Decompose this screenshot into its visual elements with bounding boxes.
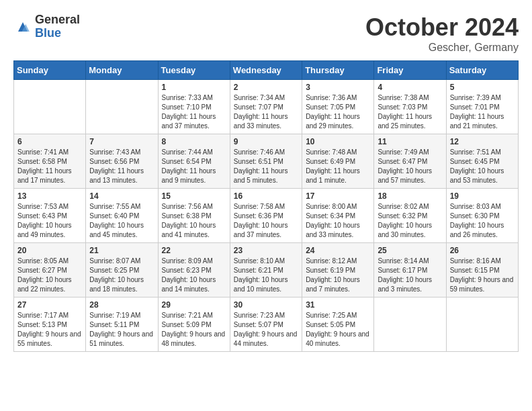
sunset-text: Sunset: 6:15 PM (450, 266, 515, 275)
sunrise-text: Sunrise: 7:17 AM (17, 311, 82, 320)
logo: General Blue (13, 13, 80, 40)
sunset-text: Sunset: 6:32 PM (378, 212, 442, 221)
sunset-text: Sunset: 7:10 PM (162, 103, 226, 112)
sunrise-text: Sunrise: 8:02 AM (378, 202, 442, 212)
daylight-text: Daylight: 11 hours and 25 minutes. (378, 112, 442, 131)
sunset-text: Sunset: 6:27 PM (17, 266, 82, 275)
month-title: October 2024 (365, 13, 519, 42)
calendar-cell: 2Sunrise: 7:34 AMSunset: 7:07 PMDaylight… (230, 80, 302, 134)
sunrise-text: Sunrise: 7:19 AM (89, 311, 154, 320)
sunset-text: Sunset: 6:36 PM (234, 212, 298, 221)
daylight-text: Daylight: 10 hours and 10 minutes. (234, 275, 298, 294)
sunrise-text: Sunrise: 8:10 AM (234, 257, 298, 266)
day-number: 25 (378, 246, 442, 255)
sunset-text: Sunset: 6:34 PM (306, 212, 370, 221)
day-number: 6 (17, 137, 82, 146)
calendar-cell (374, 298, 446, 352)
sunrise-text: Sunrise: 7:55 AM (89, 202, 154, 212)
calendar-cell: 8Sunrise: 7:44 AMSunset: 6:54 PMDaylight… (158, 134, 230, 189)
sunset-text: Sunset: 6:49 PM (306, 157, 370, 167)
day-number: 28 (89, 300, 154, 310)
calendar-cell: 11Sunrise: 7:49 AMSunset: 6:47 PMDayligh… (374, 134, 446, 189)
sunrise-text: Sunrise: 7:34 AM (234, 93, 298, 103)
calendar-cell: 30Sunrise: 7:23 AMSunset: 5:07 PMDayligh… (230, 298, 302, 352)
daylight-text: Daylight: 10 hours and 53 minutes. (450, 167, 515, 185)
day-info: Sunrise: 7:34 AMSunset: 7:07 PMDaylight:… (234, 93, 298, 131)
sunrise-text: Sunrise: 8:09 AM (162, 257, 226, 266)
day-info: Sunrise: 7:44 AMSunset: 6:54 PMDaylight:… (162, 148, 226, 185)
sunset-text: Sunset: 6:17 PM (378, 266, 442, 275)
day-number: 30 (234, 300, 298, 310)
sunrise-text: Sunrise: 7:36 AM (306, 93, 370, 103)
sunset-text: Sunset: 7:05 PM (306, 103, 370, 112)
sunset-text: Sunset: 7:01 PM (450, 103, 515, 112)
title-block: October 2024 Gescher, Germany (365, 13, 519, 54)
day-number: 10 (306, 137, 370, 146)
daylight-text: Daylight: 11 hours and 29 minutes. (306, 112, 370, 131)
day-info: Sunrise: 7:58 AMSunset: 6:36 PMDaylight:… (234, 202, 298, 240)
daylight-text: Daylight: 11 hours and 37 minutes. (162, 112, 226, 131)
day-info: Sunrise: 7:56 AMSunset: 6:38 PMDaylight:… (162, 202, 226, 240)
sunset-text: Sunset: 6:43 PM (17, 212, 82, 221)
sunrise-text: Sunrise: 8:03 AM (450, 202, 515, 212)
calendar-week-row: 27Sunrise: 7:17 AMSunset: 5:13 PMDayligh… (14, 298, 519, 352)
sunset-text: Sunset: 5:11 PM (89, 320, 154, 330)
daylight-text: Daylight: 10 hours and 30 minutes. (378, 221, 442, 240)
day-info: Sunrise: 7:49 AMSunset: 6:47 PMDaylight:… (378, 148, 442, 185)
calendar-cell: 21Sunrise: 8:07 AMSunset: 6:25 PMDayligh… (86, 243, 158, 298)
calendar-cell: 20Sunrise: 8:05 AMSunset: 6:27 PMDayligh… (14, 243, 86, 298)
sunset-text: Sunset: 5:09 PM (162, 320, 226, 330)
day-number: 29 (162, 300, 226, 310)
day-number: 24 (306, 246, 370, 255)
day-number: 1 (162, 83, 226, 92)
daylight-text: Daylight: 11 hours and 21 minutes. (450, 112, 515, 131)
calendar-cell: 19Sunrise: 8:03 AMSunset: 6:30 PMDayligh… (446, 189, 518, 243)
sunset-text: Sunset: 6:54 PM (162, 157, 226, 167)
daylight-text: Daylight: 10 hours and 26 minutes. (450, 221, 515, 240)
day-info: Sunrise: 7:21 AMSunset: 5:09 PMDaylight:… (162, 311, 226, 349)
weekday-header: Tuesday (158, 61, 230, 80)
day-info: Sunrise: 7:38 AMSunset: 7:03 PMDaylight:… (378, 93, 442, 131)
day-info: Sunrise: 8:12 AMSunset: 6:19 PMDaylight:… (306, 257, 370, 294)
calendar-cell (446, 298, 518, 352)
day-number: 13 (17, 191, 82, 201)
day-info: Sunrise: 7:17 AMSunset: 5:13 PMDaylight:… (17, 311, 82, 349)
sunrise-text: Sunrise: 7:51 AM (450, 148, 515, 157)
calendar-cell: 14Sunrise: 7:55 AMSunset: 6:40 PMDayligh… (86, 189, 158, 243)
sunrise-text: Sunrise: 7:21 AM (162, 311, 226, 320)
sunset-text: Sunset: 6:45 PM (450, 157, 515, 167)
day-info: Sunrise: 7:41 AMSunset: 6:58 PMDaylight:… (17, 148, 82, 185)
sunset-text: Sunset: 6:23 PM (162, 266, 226, 275)
sunrise-text: Sunrise: 8:16 AM (450, 257, 515, 266)
day-info: Sunrise: 7:25 AMSunset: 5:05 PMDaylight:… (306, 311, 370, 349)
daylight-text: Daylight: 9 hours and 59 minutes. (450, 275, 515, 294)
day-info: Sunrise: 8:10 AMSunset: 6:21 PMDaylight:… (234, 257, 298, 294)
daylight-text: Daylight: 9 hours and 55 minutes. (17, 330, 82, 349)
daylight-text: Daylight: 10 hours and 22 minutes. (17, 275, 82, 294)
calendar-cell: 31Sunrise: 7:25 AMSunset: 5:05 PMDayligh… (302, 298, 374, 352)
sunset-text: Sunset: 6:51 PM (234, 157, 298, 167)
sunrise-text: Sunrise: 7:38 AM (378, 93, 442, 103)
sunset-text: Sunset: 7:07 PM (234, 103, 298, 112)
calendar-week-row: 20Sunrise: 8:05 AMSunset: 6:27 PMDayligh… (14, 243, 519, 298)
day-info: Sunrise: 7:51 AMSunset: 6:45 PMDaylight:… (450, 148, 515, 185)
day-number: 31 (306, 300, 370, 310)
sunrise-text: Sunrise: 8:05 AM (17, 257, 82, 266)
sunset-text: Sunset: 6:47 PM (378, 157, 442, 167)
logo-text: General Blue (35, 13, 80, 40)
sunset-text: Sunset: 6:56 PM (89, 157, 154, 167)
day-info: Sunrise: 8:14 AMSunset: 6:17 PMDaylight:… (378, 257, 442, 294)
calendar-cell: 12Sunrise: 7:51 AMSunset: 6:45 PMDayligh… (446, 134, 518, 189)
calendar-cell: 18Sunrise: 8:02 AMSunset: 6:32 PMDayligh… (374, 189, 446, 243)
calendar-week-row: 6Sunrise: 7:41 AMSunset: 6:58 PMDaylight… (14, 134, 519, 189)
day-info: Sunrise: 7:39 AMSunset: 7:01 PMDaylight:… (450, 93, 515, 131)
daylight-text: Daylight: 10 hours and 57 minutes. (378, 167, 442, 185)
weekday-header-row: SundayMondayTuesdayWednesdayThursdayFrid… (14, 61, 519, 80)
sunrise-text: Sunrise: 7:56 AM (162, 202, 226, 212)
day-number: 12 (450, 137, 515, 146)
page-header: General Blue October 2024 Gescher, Germa… (13, 13, 519, 54)
daylight-text: Daylight: 10 hours and 18 minutes. (89, 275, 154, 294)
daylight-text: Daylight: 11 hours and 9 minutes. (162, 167, 226, 185)
daylight-text: Daylight: 10 hours and 14 minutes. (162, 275, 226, 294)
day-number: 18 (378, 191, 442, 201)
